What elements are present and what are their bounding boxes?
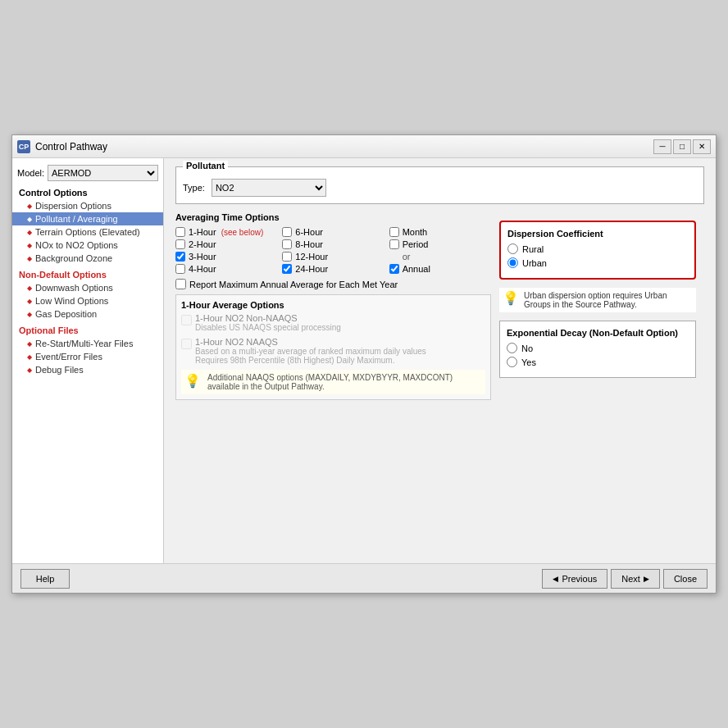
checkbox-12hour[interactable]	[282, 252, 292, 262]
title-bar: CP Control Pathway ─ □ ✕	[12, 135, 716, 158]
minimize-button[interactable]: ─	[653, 139, 671, 154]
check-annual: Annual	[389, 264, 491, 274]
next-label: Next	[621, 574, 640, 584]
checkbox-2hour[interactable]	[175, 239, 185, 249]
sidebar-item-label: Dispersion Options	[35, 201, 111, 211]
bulb-icon: 💡	[184, 373, 201, 389]
sidebar-item-terrain-options[interactable]: ◆ Terrain Options (Elevated)	[12, 225, 163, 239]
sidebar-item-label: Background Ozone	[35, 253, 112, 263]
content-area: Model: AERMOD Control Options ◆ Dispersi…	[12, 158, 716, 563]
radio-yes-label: Yes	[521, 357, 536, 367]
radio-rural-input[interactable]	[507, 243, 518, 254]
pollutant-row: Type: NO2 SO2 PM10	[183, 179, 697, 197]
radio-urban: Urban	[507, 257, 688, 268]
hour-options-section: 1-Hour Average Options 1-Hour NO2 Non-NA…	[175, 294, 491, 400]
check-2hour: 2-Hour	[175, 239, 277, 249]
help-button[interactable]: Help	[20, 569, 70, 589]
check-12hour: 12-Hour	[282, 252, 384, 262]
check-period: Period	[389, 239, 491, 249]
left-column: Averaging Time Options 1-Hour (see below…	[175, 212, 491, 400]
checkbox-3hour[interactable]	[175, 252, 185, 262]
diamond-icon: ◆	[27, 242, 32, 249]
type-select[interactable]: NO2 SO2 PM10	[212, 179, 326, 197]
checkbox-4hour[interactable]	[175, 264, 185, 274]
optional-files-header: Optional Files	[12, 324, 163, 337]
dispersion-title: Dispersion Coefficient	[507, 229, 688, 239]
sidebar-item-pollutant-averaging[interactable]: ◆ Pollutant / Averaging	[12, 212, 163, 225]
sidebar: Model: AERMOD Control Options ◆ Dispersi…	[12, 158, 164, 563]
report-row: Report Maximum Annual Average for Each M…	[175, 279, 491, 289]
diamond-icon: ◆	[27, 284, 32, 292]
next-button[interactable]: Next ▶	[611, 569, 660, 589]
sidebar-item-nox-no2[interactable]: ◆ NOx to NO2 Options	[12, 239, 163, 252]
sidebar-item-gas-deposition[interactable]: ◆ Gas Deposition	[12, 307, 163, 321]
sidebar-item-label: Downwash Options	[35, 283, 113, 293]
warning-text: Urban dispersion option requires Urban G…	[524, 291, 693, 309]
diamond-icon: ◆	[27, 311, 32, 318]
check-3hour: 3-Hour	[175, 252, 277, 262]
non-default-section: Non-Default Options ◆ Downwash Options ◆…	[12, 266, 163, 322]
sidebar-item-downwash[interactable]: ◆ Downwash Options	[12, 281, 163, 294]
hour-opt-1-label: 1-Hour NO2 Non-NAAQS	[195, 313, 341, 323]
sidebar-item-label: Low Wind Options	[35, 296, 108, 306]
window-title: Control Pathway	[35, 141, 653, 152]
info-text: Additional NAAQS options (MAXDAILY, MXDY…	[207, 373, 482, 391]
checkbox-period[interactable]	[389, 239, 399, 249]
checkbox-8hour[interactable]	[282, 239, 292, 249]
checkbox-no2-naaqs[interactable]	[181, 339, 192, 349]
type-label: Type:	[183, 183, 205, 193]
check-1hour: 1-Hour (see below)	[175, 227, 277, 237]
sidebar-item-label: Debug Files	[35, 365, 84, 375]
radio-no-input[interactable]	[507, 343, 517, 353]
close-button[interactable]: Close	[663, 569, 708, 589]
sidebar-item-label: Terrain Options (Elevated)	[35, 227, 140, 237]
label-or: or	[403, 252, 411, 262]
averaging-title: Averaging Time Options	[175, 212, 491, 222]
sidebar-item-low-wind[interactable]: ◆ Low Wind Options	[12, 294, 163, 307]
radio-urban-input[interactable]	[507, 257, 518, 268]
label-3hour: 3-Hour	[189, 252, 216, 262]
label-month: Month	[403, 227, 428, 237]
check-24hour: 24-Hour	[282, 264, 384, 274]
diamond-icon: ◆	[27, 216, 32, 223]
checkbox-24hour[interactable]	[282, 264, 292, 274]
hour-opt-2-label: 1-Hour NO2 NAAQS	[195, 337, 426, 347]
sidebar-item-event-error[interactable]: ◆ Event/Error Files	[12, 350, 163, 363]
label-annual: Annual	[403, 264, 430, 274]
hour-opt-2-text: 1-Hour NO2 NAAQS Based on a multi-year a…	[195, 337, 426, 365]
hour-opt-2-sub1: Based on a multi-year average of ranked …	[195, 347, 426, 356]
exp-decay-box: Exponential Decay (Non-Default Option) N…	[499, 321, 696, 378]
sidebar-item-dispersion-options[interactable]: ◆ Dispersion Options	[12, 199, 163, 212]
radio-rural: Rural	[507, 243, 688, 254]
diamond-icon: ◆	[27, 229, 32, 236]
checkbox-1hour[interactable]	[175, 227, 185, 237]
previous-button[interactable]: ◀ Previous	[542, 569, 607, 589]
warning-icon: 💡	[503, 291, 519, 306]
main-panel: Pollutant Type: NO2 SO2 PM10 Averaging T…	[164, 158, 716, 563]
averaging-grid: 1-Hour (see below) 6-Hour Month	[175, 227, 491, 274]
nav-buttons: ◀ Previous Next ▶ Close	[542, 569, 708, 589]
sidebar-item-label: Gas Deposition	[35, 309, 97, 319]
label-6hour: 6-Hour	[295, 227, 323, 237]
check-6hour: 6-Hour	[282, 227, 384, 237]
prev-arrow-icon: ◀	[553, 575, 558, 583]
radio-yes-input[interactable]	[507, 357, 517, 367]
sidebar-item-restart[interactable]: ◆ Re-Start/Multi-Year Files	[12, 337, 163, 350]
checkbox-month[interactable]	[389, 227, 399, 237]
non-default-header: Non-Default Options	[12, 268, 163, 281]
model-select[interactable]: AERMOD	[48, 165, 158, 181]
model-label: Model:	[17, 168, 44, 178]
checkbox-annual[interactable]	[389, 264, 399, 274]
label-4hour: 4-Hour	[189, 264, 216, 274]
control-options-header: Control Options	[12, 186, 163, 199]
sidebar-item-background-ozone[interactable]: ◆ Background Ozone	[12, 252, 163, 265]
report-max-checkbox[interactable]	[175, 279, 186, 289]
maximize-button[interactable]: □	[673, 139, 691, 154]
hour-opt-1-text: 1-Hour NO2 Non-NAAQS Disables US NAAQS s…	[195, 313, 341, 332]
report-max-label: Report Maximum Annual Average for Each M…	[189, 280, 398, 289]
sidebar-item-debug[interactable]: ◆ Debug Files	[12, 363, 163, 376]
checkbox-6hour[interactable]	[282, 227, 292, 237]
close-window-button[interactable]: ✕	[693, 139, 711, 154]
previous-label: Previous	[562, 574, 597, 584]
checkbox-no2-non-naaqs[interactable]	[181, 315, 192, 325]
